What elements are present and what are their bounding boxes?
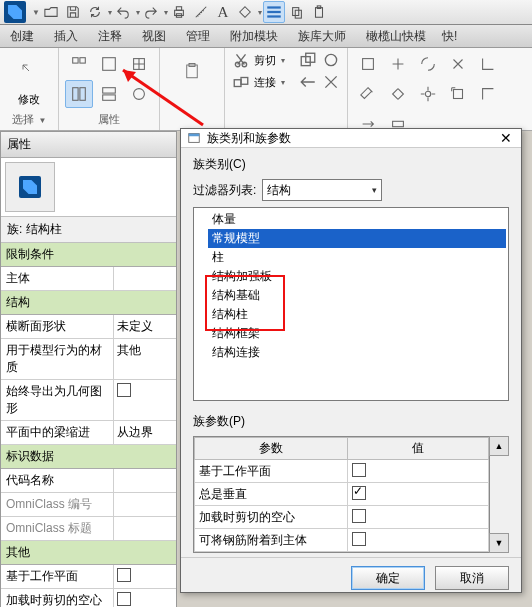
join-label[interactable]: 连接 bbox=[254, 75, 276, 90]
checkbox-icon[interactable] bbox=[117, 568, 131, 582]
modify-icon-e[interactable] bbox=[474, 50, 502, 78]
paste-icon[interactable] bbox=[309, 2, 329, 22]
highlighted-tool-icon[interactable] bbox=[263, 1, 285, 23]
list-item[interactable]: 结构加强板 bbox=[208, 267, 506, 286]
geom-icon-3[interactable] bbox=[298, 72, 318, 92]
checkbox-icon[interactable] bbox=[117, 383, 131, 397]
modify-icon-g[interactable] bbox=[384, 80, 412, 108]
sync-icon[interactable] bbox=[85, 2, 105, 22]
tab-famlib[interactable]: 族库大师 bbox=[288, 25, 356, 47]
category-label: 族类别(C) bbox=[193, 156, 509, 173]
svg-point-29 bbox=[425, 91, 430, 96]
prop-beamindent[interactable]: 平面中的梁缩进 bbox=[1, 421, 114, 444]
modify-icon-a[interactable] bbox=[354, 50, 382, 78]
measure-icon[interactable] bbox=[191, 2, 211, 22]
col-param: 参数 bbox=[195, 438, 348, 460]
geom-icon-4[interactable] bbox=[321, 72, 341, 92]
prop-host[interactable]: 主体 bbox=[1, 267, 114, 290]
list-item[interactable]: 结构柱 bbox=[208, 305, 506, 324]
tab-create[interactable]: 创建 bbox=[0, 25, 44, 47]
modify-icon-i[interactable] bbox=[444, 80, 472, 108]
svg-rect-5 bbox=[267, 15, 281, 17]
group-constraints[interactable]: 限制条件 bbox=[1, 243, 176, 267]
copy-icon[interactable] bbox=[287, 2, 307, 22]
geom-icon-2[interactable] bbox=[321, 50, 341, 70]
prop-workplane[interactable]: 基于工作平面 bbox=[1, 565, 114, 588]
param-table: 参数值 基于工作平面 总是垂直 加载时剪切的空心 可将钢筋附着到主体 bbox=[193, 436, 490, 553]
clipboard-icon[interactable] bbox=[174, 50, 210, 92]
scroll-down-button[interactable]: ▼ bbox=[489, 533, 509, 553]
diamond-icon[interactable] bbox=[235, 2, 255, 22]
open-icon[interactable] bbox=[41, 2, 61, 22]
app-logo-icon[interactable] bbox=[4, 1, 26, 23]
ok-button[interactable]: 确定 bbox=[351, 566, 425, 590]
prop-omni-no[interactable]: OmniClass 编号 bbox=[1, 493, 114, 516]
family-label[interactable]: 族: 结构柱 bbox=[1, 217, 176, 243]
chevron-down-icon: ▾ bbox=[372, 185, 377, 195]
app-menu-chevron-icon[interactable]: ▼ bbox=[32, 8, 40, 17]
prop-material[interactable]: 用于模型行为的材质 bbox=[1, 339, 114, 379]
prop-icon-6[interactable] bbox=[125, 80, 153, 108]
text-icon[interactable]: A bbox=[213, 2, 233, 22]
close-button[interactable]: ✕ bbox=[497, 129, 515, 147]
redo-icon[interactable] bbox=[141, 2, 161, 22]
prop-codename[interactable]: 代码名称 bbox=[1, 469, 114, 492]
undo-icon[interactable] bbox=[113, 2, 133, 22]
prop-export[interactable]: 始终导出为几何图形 bbox=[1, 380, 114, 420]
cancel-button[interactable]: 取消 bbox=[435, 566, 509, 590]
type-thumbnail[interactable] bbox=[5, 162, 55, 212]
cut-icon[interactable] bbox=[231, 50, 251, 70]
prop-icon-3[interactable] bbox=[125, 50, 153, 78]
list-item[interactable]: 结构框架 bbox=[208, 324, 506, 343]
scroll-up-button[interactable]: ▲ bbox=[489, 436, 509, 456]
prop-omni-title[interactable]: OmniClass 标题 bbox=[1, 517, 114, 540]
modify-tool-icon[interactable] bbox=[11, 50, 47, 92]
table-row: 可将钢筋附着到主体 bbox=[195, 529, 489, 552]
modify-icon-h[interactable] bbox=[414, 80, 442, 108]
list-item[interactable]: 柱 bbox=[208, 248, 506, 267]
svg-rect-12 bbox=[103, 58, 116, 71]
list-item[interactable]: 结构连接 bbox=[208, 343, 506, 362]
svg-rect-33 bbox=[189, 134, 200, 137]
tab-addin[interactable]: 附加模块 bbox=[220, 25, 288, 47]
print-icon[interactable] bbox=[169, 2, 189, 22]
tab-quick[interactable]: 快! bbox=[436, 25, 463, 47]
modify-icon-c[interactable] bbox=[414, 50, 442, 78]
group-struct[interactable]: 结构 bbox=[1, 291, 176, 315]
prop-cutvoid[interactable]: 加载时剪切的空心 bbox=[1, 589, 114, 607]
prop-icon-4[interactable] bbox=[65, 80, 93, 108]
group-other[interactable]: 其他 bbox=[1, 541, 176, 565]
modify-icon-d[interactable] bbox=[444, 50, 472, 78]
list-item[interactable]: 体量 bbox=[208, 210, 506, 229]
tab-manage[interactable]: 管理 bbox=[176, 25, 220, 47]
geom-icon-1[interactable] bbox=[298, 50, 318, 70]
tab-annotate[interactable]: 注释 bbox=[88, 25, 132, 47]
filter-combo[interactable]: 结构 ▾ bbox=[262, 179, 382, 201]
save-icon[interactable] bbox=[63, 2, 83, 22]
cut-label[interactable]: 剪切 bbox=[254, 53, 276, 68]
list-item[interactable]: 常规模型 bbox=[208, 229, 506, 248]
prop-icon-1[interactable] bbox=[65, 50, 93, 78]
prop-icon-2[interactable] bbox=[95, 50, 123, 78]
category-listbox[interactable]: 体量 常规模型 柱 结构加强板 结构基础 结构柱 结构框架 结构连接 bbox=[193, 207, 509, 401]
quick-access-bar: ▼ ▾ ▾ ▾ A ▾ bbox=[0, 0, 532, 25]
svg-rect-15 bbox=[80, 88, 85, 101]
svg-point-25 bbox=[325, 54, 336, 65]
svg-rect-30 bbox=[454, 90, 463, 99]
list-item[interactable]: 结构基础 bbox=[208, 286, 506, 305]
dialog-title: 族类别和族参数 bbox=[207, 130, 291, 147]
modify-icon-j[interactable] bbox=[474, 80, 502, 108]
tab-insert[interactable]: 插入 bbox=[44, 25, 88, 47]
checkbox-icon bbox=[352, 532, 366, 546]
properties-panel: 属性 族: 结构柱 限制条件 主体 结构 横断面形状未定义 用于模型行为的材质其… bbox=[0, 131, 177, 607]
tab-view[interactable]: 视图 bbox=[132, 25, 176, 47]
group-iddata[interactable]: 标识数据 bbox=[1, 445, 176, 469]
join-icon[interactable] bbox=[231, 72, 251, 92]
modify-icon-f[interactable] bbox=[354, 80, 382, 108]
prop-section[interactable]: 横断面形状 bbox=[1, 315, 114, 338]
checkbox-icon[interactable] bbox=[117, 592, 131, 606]
table-row: 总是垂直 bbox=[195, 483, 489, 506]
tab-olive[interactable]: 橄榄山快模 bbox=[356, 25, 436, 47]
modify-icon-b[interactable] bbox=[384, 50, 412, 78]
prop-icon-5[interactable] bbox=[95, 80, 123, 108]
